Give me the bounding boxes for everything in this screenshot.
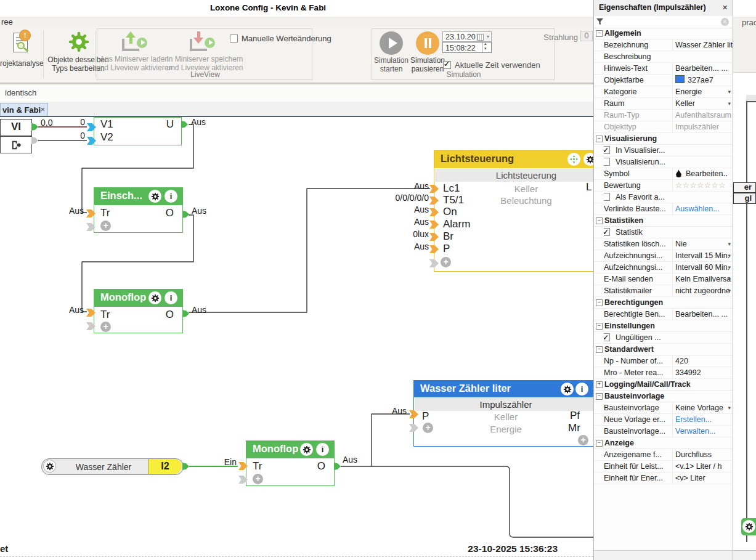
lichtsteuerung-block[interactable]: Lichtsteuerung Lichtsteuerung Keller Bel…	[434, 150, 593, 272]
time-spinner[interactable]: ▴ ▾	[482, 43, 491, 52]
info-icon[interactable]: i	[165, 190, 177, 203]
calendar-icon[interactable]: ▾	[476, 33, 490, 41]
canvas[interactable]: VI 0,0 0 0 V1 V2 U Aus Einsch... i Tr O …	[0, 117, 593, 542]
erstellen-link[interactable]: Erstellen...	[675, 415, 712, 424]
close-icon[interactable]: ×	[722, 2, 728, 12]
add-output-button[interactable]: +	[578, 435, 588, 445]
rating-stars[interactable]: ☆☆☆☆☆☆☆	[675, 181, 726, 190]
gear-icon[interactable]	[742, 520, 755, 533]
prop-group-allgemein[interactable]: −Allgemein	[594, 28, 733, 39]
block-subtitle: Impulszähler	[415, 398, 593, 411]
source-label: Wasser Zähler	[60, 462, 147, 472]
color-swatch[interactable]	[675, 75, 685, 83]
chevron-down-icon[interactable]: ▾	[728, 86, 731, 97]
info-icon[interactable]: i	[165, 291, 177, 304]
panel-header[interactable]: Eigenschaften (Impulszähler) ×	[594, 0, 733, 17]
monoflop-block[interactable]: Monoflop i Tr O +	[94, 289, 183, 333]
prop-group-bausteinvorlage[interactable]: −Bausteinvorlage	[594, 391, 733, 402]
filter-input[interactable]	[606, 16, 718, 27]
add-input-button[interactable]: +	[423, 423, 433, 433]
block-subtitle: Lichtsteuerung	[435, 169, 593, 182]
chevron-down-icon[interactable]: ▾	[728, 238, 731, 250]
prop-group-visualisierung[interactable]: −Visualisierung	[594, 133, 733, 145]
chevron-down-icon[interactable]: ▾	[728, 402, 731, 413]
prop-group-anzeige[interactable]: −Anzeige	[594, 437, 733, 449]
add-input-button[interactable]: +	[253, 474, 263, 484]
chevron-down-icon[interactable]: ▾	[728, 250, 731, 261]
add-input-button[interactable]: +	[100, 221, 111, 231]
gear-icon[interactable]	[148, 190, 161, 203]
chevron-down-icon[interactable]: ▾	[728, 274, 731, 285]
chevron-down-icon[interactable]: ▾	[728, 285, 731, 296]
sliver-block-fragment[interactable]	[741, 518, 756, 535]
info-icon[interactable]: i	[316, 443, 329, 456]
simulation-time-field[interactable]: 15:08:22 ▴ ▾	[442, 42, 492, 53]
checkbox[interactable]: ✓	[604, 146, 610, 154]
prop-group-einstellungen[interactable]: −Einstellungen	[594, 320, 733, 332]
projektanalyse-button[interactable]: ! rojektanalyse	[0, 28, 42, 80]
block-header[interactable]: Einsch... i	[94, 188, 182, 205]
simulation-date-field[interactable]: 23.10.2025 ▾	[442, 31, 492, 42]
chevron-down-icon[interactable]: ▾	[728, 262, 731, 273]
einschaltverzoegerung-block[interactable]: Einsch... i Tr O +	[94, 187, 183, 233]
wire[interactable]	[341, 466, 593, 537]
add-input-button[interactable]: +	[441, 257, 451, 267]
checkbox[interactable]	[604, 193, 610, 201]
block-header[interactable]: Monoflop i	[94, 290, 182, 307]
block-header[interactable]: Lichtsteuerung	[434, 151, 593, 168]
checkbox[interactable]: ✓	[604, 228, 610, 236]
manuelle-werteaenderung-checkbox[interactable]	[230, 34, 238, 43]
verwalten-link[interactable]: Verwalten...	[675, 427, 715, 436]
gear-icon[interactable]	[300, 443, 313, 456]
tab-kevin-fabi[interactable]: vin & Fabi ×	[0, 103, 48, 116]
prop-row-visualisierungspasswort: Visualisierun...	[594, 156, 733, 168]
move-icon[interactable]	[567, 153, 580, 166]
impulszaehler-block[interactable]: Wasser Zähler liter i Impulszähler Kelle…	[413, 380, 593, 447]
wasser-zaehler-source[interactable]: Wasser Zähler I2	[41, 458, 184, 475]
chevron-down-icon[interactable]: ▾	[728, 98, 731, 109]
prop-row-raum-typ: Raum-TypAufenthaltsraum	[594, 110, 733, 121]
aktuelle-zeit-checkbox[interactable]: ✓	[443, 61, 451, 69]
input-box-flag[interactable]	[0, 136, 32, 153]
clear-filter-icon[interactable]: ×	[721, 18, 729, 26]
status-bar: et 23-10-2025 15:36:23	[0, 542, 593, 560]
prop-group-standardwert[interactable]: −Standardwert	[594, 344, 733, 355]
ellipsis-button[interactable]: ...	[721, 168, 728, 179]
wire[interactable]	[372, 414, 410, 466]
info-icon[interactable]: i	[575, 383, 588, 396]
checkbox[interactable]: ✓	[604, 333, 610, 341]
ribbon-tab-partial[interactable]: ree	[1, 17, 13, 26]
sliver-vline	[746, 102, 747, 542]
ribbon-tab-row: ree	[0, 17, 593, 27]
prop-group-logging[interactable]: +Logging/Mail/Call/Track	[594, 379, 733, 391]
comparator-block[interactable]: V1 V2 U	[94, 117, 182, 145]
block-header[interactable]: Monoflop i	[246, 441, 334, 458]
strahlung-label: Strahlung	[521, 33, 578, 42]
funnel-icon	[596, 18, 604, 26]
liveview-group-label: LiveView	[97, 70, 313, 79]
auswaehlen-link[interactable]: Auswählen...	[675, 205, 720, 213]
monoflop-block-2[interactable]: Monoflop i Tr O +	[246, 440, 335, 486]
prop-group-statistiken[interactable]: −Statistiken	[594, 215, 733, 227]
ellipsis-button[interactable]: ...	[721, 309, 728, 320]
prop-row-objekttyp: ObjekttypImpulszähler	[594, 121, 733, 133]
input-box-vi[interactable]: VI	[0, 119, 32, 136]
add-input-button[interactable]: +	[100, 322, 111, 332]
prop-row-email-senden: E-Mail sendenKein Emailversa▾	[594, 274, 733, 285]
manuelle-werteaenderung-label: Manuelle Werteänderung	[242, 34, 331, 43]
status-left: et	[0, 543, 8, 554]
strahlung-field[interactable]: 0	[580, 31, 593, 41]
gear-icon[interactable]	[43, 460, 56, 473]
checkbox[interactable]	[604, 158, 610, 166]
tab-close-icon[interactable]: ×	[40, 105, 45, 114]
gear-icon[interactable]	[148, 291, 161, 304]
prop-group-berechtigungen[interactable]: −Berechtigungen	[594, 297, 733, 309]
info-row: identisch	[0, 83, 593, 102]
prop-row-statistik: ✓Statistik	[594, 227, 733, 238]
gear-icon[interactable]	[583, 153, 593, 166]
prop-row-beschreibung: Beschreibung	[594, 51, 733, 63]
gear-icon[interactable]	[561, 383, 574, 396]
source-tag: I2	[148, 459, 182, 474]
block-header[interactable]: Wasser Zähler liter i	[414, 381, 593, 397]
ellipsis-button[interactable]: ...	[721, 63, 728, 74]
